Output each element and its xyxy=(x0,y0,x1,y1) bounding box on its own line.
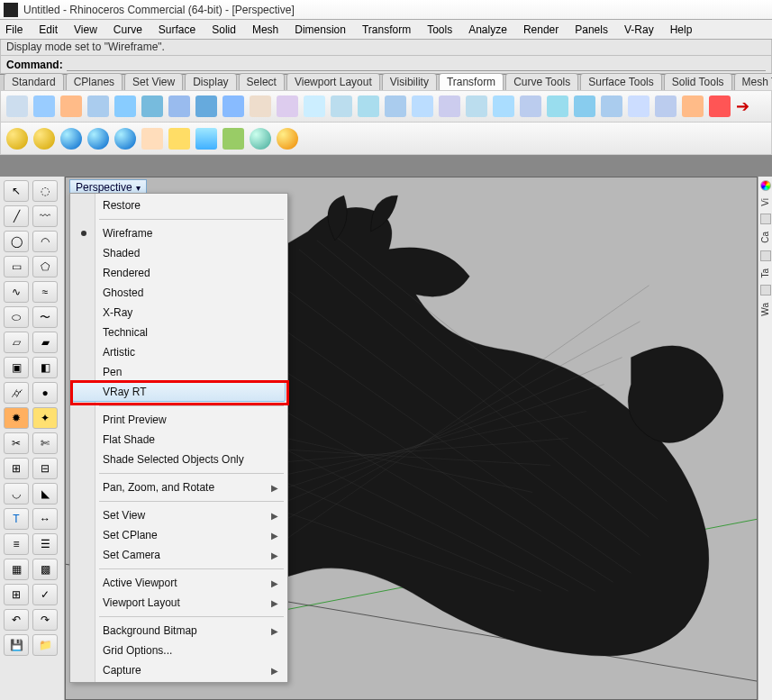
ungroup-icon[interactable]: ⊟ xyxy=(32,458,58,479)
arraycrv-icon[interactable] xyxy=(331,95,352,117)
menu-item-vray-rt[interactable]: VRay RT xyxy=(72,382,286,402)
text-icon[interactable]: T xyxy=(4,508,29,530)
menu-item-x-ray[interactable]: X-Ray xyxy=(72,303,286,323)
command-input[interactable] xyxy=(67,59,766,71)
menu-item-pen[interactable]: Pen xyxy=(72,362,286,382)
tab-solidtools[interactable]: Solid Tools xyxy=(664,73,732,90)
right-box1[interactable] xyxy=(760,214,771,224)
fillet-icon[interactable]: ◡ xyxy=(4,483,29,505)
chamfer-icon[interactable]: ◣ xyxy=(32,483,58,505)
cylinder-icon[interactable]: ⌭ xyxy=(4,382,29,404)
taper-icon[interactable] xyxy=(493,95,514,117)
array-icon[interactable] xyxy=(277,95,298,117)
tab-surfacetools[interactable]: Surface Tools xyxy=(580,73,662,90)
menu-vray[interactable]: V-Ray xyxy=(624,23,654,36)
menu-mesh[interactable]: Mesh xyxy=(252,23,278,36)
sphere-icon[interactable]: ● xyxy=(32,382,58,404)
menu-curve[interactable]: Curve xyxy=(114,23,142,36)
explode-icon[interactable]: ✹ xyxy=(4,407,29,429)
rotate3d-icon[interactable] xyxy=(87,95,109,117)
sky-icon[interactable] xyxy=(195,128,217,150)
menu-item-shaded[interactable]: Shaded xyxy=(72,243,286,263)
menu-item-set-cplane[interactable]: Set CPlane▶ xyxy=(72,525,286,545)
polyline-icon[interactable]: 〰 xyxy=(32,205,58,227)
vray-r2-icon[interactable] xyxy=(87,128,109,150)
menu-item-technical[interactable]: Technical xyxy=(72,323,286,342)
menu-item-shade-selected-objects-only[interactable]: Shade Selected Objects Only xyxy=(72,450,286,469)
mirror-icon[interactable] xyxy=(195,95,217,117)
solid-icon[interactable]: ◧ xyxy=(32,357,58,378)
tab-cplanes[interactable]: CPlanes xyxy=(66,73,123,90)
menu-item-wireframe[interactable]: Wireframe xyxy=(72,223,286,243)
menu-edit[interactable]: Edit xyxy=(39,23,58,36)
mesh-icon[interactable]: ▩ xyxy=(32,559,58,580)
redo-icon[interactable]: ↷ xyxy=(32,609,58,631)
sun2-icon[interactable] xyxy=(168,128,190,150)
menu-item-pan-zoom-and-rotate[interactable]: Pan, Zoom, and Rotate▶ xyxy=(72,477,286,497)
menu-tools[interactable]: Tools xyxy=(427,23,452,36)
menu-view[interactable]: View xyxy=(74,23,97,36)
tab-select[interactable]: Select xyxy=(239,73,285,90)
open-icon[interactable]: 📁 xyxy=(32,634,58,656)
target-icon[interactable] xyxy=(277,128,298,150)
rotate-icon[interactable] xyxy=(60,95,82,117)
copy-icon[interactable] xyxy=(33,95,55,117)
record-icon[interactable] xyxy=(709,95,731,117)
menu-transform[interactable]: Transform xyxy=(362,23,411,36)
menu-panels[interactable]: Panels xyxy=(575,23,608,36)
right-box2[interactable] xyxy=(760,250,771,261)
arc-icon[interactable]: ◠ xyxy=(32,231,58,252)
stretch-icon[interactable] xyxy=(628,95,649,117)
surface-icon[interactable]: ▱ xyxy=(4,332,29,353)
render-icon[interactable]: ▦ xyxy=(4,559,29,580)
menu-item-artistic[interactable]: Artistic xyxy=(72,342,286,362)
menu-item-set-camera[interactable]: Set Camera▶ xyxy=(72,545,286,565)
orient-icon[interactable] xyxy=(223,95,244,117)
tree-icon[interactable] xyxy=(223,128,244,150)
cage-icon[interactable] xyxy=(574,95,595,117)
analyze-icon[interactable]: ⊞ xyxy=(4,584,29,605)
vray-m-icon[interactable] xyxy=(6,128,28,150)
menu-item-set-view[interactable]: Set View▶ xyxy=(72,505,286,525)
menu-item-viewport-layout[interactable]: Viewport Layout▶ xyxy=(72,593,286,613)
ellipse-icon[interactable]: ⬭ xyxy=(4,306,29,328)
scale1d-icon[interactable] xyxy=(141,95,163,117)
tab-standard[interactable]: Standard xyxy=(4,73,64,90)
group-icon[interactable]: ⊞ xyxy=(4,458,29,479)
tab-setview[interactable]: Set View xyxy=(124,73,183,90)
curve-icon[interactable]: ∿ xyxy=(4,281,29,303)
arraypolar-icon[interactable] xyxy=(304,95,325,117)
menu-item-print-preview[interactable]: Print Preview xyxy=(72,410,286,430)
splop-icon[interactable] xyxy=(601,95,622,117)
dim-icon[interactable]: ↔ xyxy=(32,508,58,530)
save-icon[interactable]: 💾 xyxy=(4,634,29,656)
vray-v-icon[interactable] xyxy=(33,128,55,150)
smooth-icon[interactable] xyxy=(547,95,568,117)
line-icon[interactable]: ╱ xyxy=(4,205,29,227)
shear-icon[interactable] xyxy=(412,95,433,117)
rect-icon[interactable]: ▭ xyxy=(4,256,29,277)
scale2d-icon[interactable] xyxy=(168,95,190,117)
menu-analyze[interactable]: Analyze xyxy=(468,23,507,36)
viewport-perspective[interactable]: Perspective ▾ RestoreWireframeShadedRend… xyxy=(65,177,758,700)
circle-icon[interactable]: ◯ xyxy=(4,231,29,252)
box-icon[interactable]: ▣ xyxy=(4,357,29,378)
trim-icon[interactable]: ✂ xyxy=(4,432,29,454)
menu-render[interactable]: Render xyxy=(523,23,559,36)
color-wheel-icon[interactable] xyxy=(760,180,771,191)
menu-item-capture[interactable]: Capture▶ xyxy=(72,660,286,680)
menu-item-background-bitmap[interactable]: Background Bitmap▶ xyxy=(72,621,286,641)
pointer-icon[interactable]: ↖ xyxy=(4,180,29,202)
menu-solid[interactable]: Solid xyxy=(212,23,236,36)
help-icon[interactable] xyxy=(250,128,271,150)
move-icon[interactable] xyxy=(6,95,28,117)
gumball-icon[interactable] xyxy=(682,95,704,117)
check-icon[interactable]: ✓ xyxy=(32,584,58,605)
plane-icon[interactable]: ▰ xyxy=(32,332,58,353)
right-box3[interactable] xyxy=(760,285,771,295)
sun-icon[interactable] xyxy=(141,128,163,150)
tab-viewportlayout[interactable]: Viewport Layout xyxy=(286,73,380,90)
menu-item-restore[interactable]: Restore xyxy=(72,195,286,215)
more-arrow-icon[interactable]: ➔ xyxy=(736,96,749,116)
setpt-icon[interactable] xyxy=(358,95,379,117)
